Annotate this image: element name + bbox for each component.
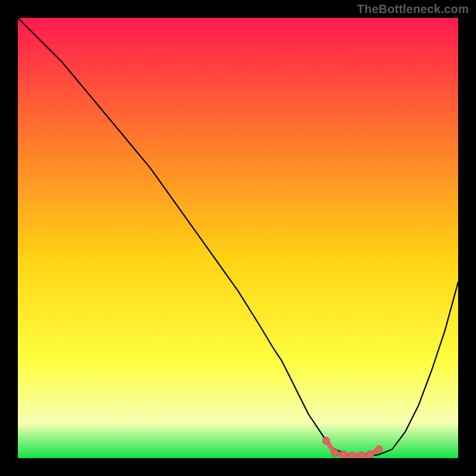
optimal-range-marker — [349, 452, 356, 458]
optimal-range-marker — [331, 449, 339, 456]
chart-svg — [18, 18, 458, 458]
optimal-range-marker — [358, 452, 365, 458]
gradient-background — [18, 18, 458, 458]
chart-container: TheBottleneck.com — [0, 0, 476, 476]
watermark-text: TheBottleneck.com — [357, 2, 469, 16]
optimal-range-marker — [367, 451, 374, 458]
optimal-range-marker — [340, 451, 347, 458]
optimal-range-marker — [322, 437, 330, 444]
optimal-range-marker — [375, 446, 383, 453]
plot-area — [18, 18, 458, 458]
